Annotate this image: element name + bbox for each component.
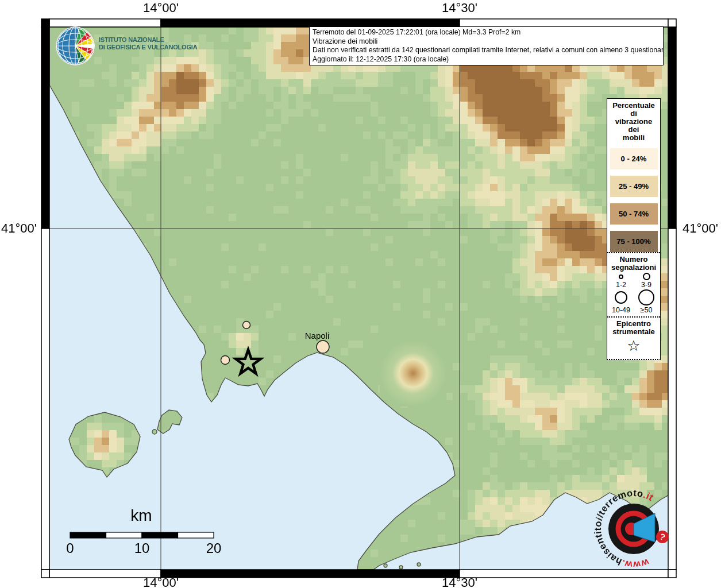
map-frame xyxy=(41,19,676,578)
legend-title-line: mobili xyxy=(607,134,660,142)
legend-class-swatch-2: 25 - 49% xyxy=(610,176,658,197)
report-circle xyxy=(317,341,329,353)
count-label-3-9: 3-9 xyxy=(641,281,651,289)
ingv-globe-icon xyxy=(56,27,94,65)
scale-bar xyxy=(70,532,214,538)
ingv-shakemap-figure: ? www.haisentitoilterremoto.it 14°00' 14… xyxy=(0,0,721,588)
event-info-line-4: Aggiornato il: 12-12-2025 17:30 (ora loc… xyxy=(313,55,660,64)
report-circle xyxy=(221,356,230,365)
scalebar-tick-20: 20 xyxy=(196,540,231,556)
report-circle xyxy=(243,322,250,329)
axis-label-bottom-lon-2: 14°30' xyxy=(442,575,477,588)
legend-counts-key: 1-2 3-9 10-49 ≥50 xyxy=(607,272,660,316)
scalebar-unit-label: km xyxy=(113,506,170,525)
legend-title-line: vibrazione xyxy=(607,118,660,126)
axis-label-top-lon-1: 14°00' xyxy=(143,1,179,16)
count-circle-50plus xyxy=(638,289,654,305)
count-label-50plus: ≥50 xyxy=(641,306,653,314)
legend-panel: Percentuale di vibrazione dei mobili 0 -… xyxy=(607,98,661,360)
event-info-box: Terremoto del 01-09-2025 17:22:01 (ora l… xyxy=(309,26,664,65)
legend-epicenter-title: Epicentro strumentale xyxy=(607,316,660,336)
event-info-line-3: Dati non verificati estratti da 142 ques… xyxy=(313,46,660,55)
count-label-10-49: 10-49 xyxy=(612,306,630,314)
count-circle-1-2 xyxy=(619,274,623,279)
legend-class-swatch-4: 75 - 100% xyxy=(610,231,658,252)
scalebar-tick-0: 0 xyxy=(53,540,87,556)
ingv-wordmark: ISTITUTO NAZIONALE DI GEOFISICA E VULCAN… xyxy=(99,36,197,51)
legend-title-line: di xyxy=(607,110,660,118)
city-label-napoli: Napoli xyxy=(294,331,340,341)
scalebar-segment xyxy=(70,532,106,538)
count-label-1-2: 1-2 xyxy=(616,281,626,289)
scalebar-segment xyxy=(142,532,178,538)
epicenter-star-icon: ☆ xyxy=(607,337,660,354)
legend-class-swatch-3: 50 - 74% xyxy=(610,203,658,225)
ingv-wordmark-line-1: ISTITUTO NAZIONALE xyxy=(99,36,197,44)
count-circle-3-9 xyxy=(643,273,650,280)
haisentitoilterremoto-logo: ? www.haisentitoilterremoto.it xyxy=(592,488,669,570)
scalebar-segment xyxy=(178,532,214,538)
axis-label-left-lat: 41°00' xyxy=(0,221,37,236)
legend-counts-title: Numero segnalazioni xyxy=(607,252,660,272)
event-info-line-1: Terremoto del 01-09-2025 17:22:01 (ora l… xyxy=(313,28,660,37)
ingv-wordmark-line-2: DI GEOFISICA E VULCANOLOGIA xyxy=(99,44,197,51)
scalebar-tick-10: 10 xyxy=(125,540,159,556)
map-symbols xyxy=(221,322,330,374)
scalebar-segment xyxy=(106,532,142,538)
count-circle-10-49 xyxy=(615,291,627,304)
axis-label-bottom-lon-1: 14°00' xyxy=(143,575,179,588)
graticule-gridlines xyxy=(49,27,668,570)
legend-class-swatch-1: 0 - 24% xyxy=(610,148,658,169)
legend-title-line: dei xyxy=(607,126,660,134)
axis-label-top-lon-2: 14°30' xyxy=(442,1,477,16)
event-info-line-2: Vibrazione dei mobili xyxy=(313,37,660,47)
axis-label-right-lat: 41°00' xyxy=(683,221,718,236)
epicenter-star xyxy=(236,350,261,374)
legend-title-line: Percentuale xyxy=(607,102,660,110)
